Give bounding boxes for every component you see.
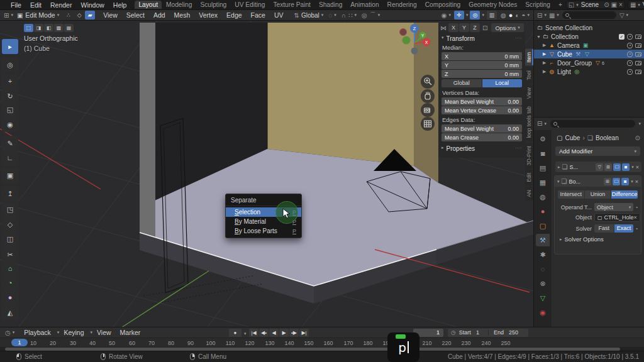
workspace-tab-shading[interactable]: Shading (315, 1, 346, 9)
jump-to-start-button[interactable]: |◀ (249, 329, 258, 337)
hide-eye-icon[interactable] (627, 69, 633, 75)
tool-smooth[interactable]: ● (2, 290, 18, 305)
tab-tool[interactable]: ⚙ (536, 133, 550, 145)
menu-help[interactable]: Help (109, 1, 131, 9)
end-value[interactable]: 250 (509, 329, 518, 336)
frame-tick[interactable]: 70 (148, 340, 155, 346)
expand-caret[interactable]: ▶ (543, 43, 548, 48)
workspace-tab-texture-paint[interactable]: Texture Paint (269, 1, 314, 9)
frame-tick[interactable]: 80 (168, 340, 174, 346)
tab-physics[interactable]: ◌ (536, 263, 550, 275)
outliner-search-input[interactable] (562, 11, 616, 19)
decorator-dot[interactable]: • (636, 226, 638, 231)
workspace-tab-scripting[interactable]: Scripting (521, 1, 554, 9)
cage-toggle[interactable]: ⊞ (604, 178, 611, 185)
tab-world[interactable]: ● (536, 205, 550, 217)
tab-loop-tools[interactable]: loop tools tab (525, 103, 533, 141)
disable-render-icon[interactable] (635, 52, 641, 57)
workspace-tab-rendering[interactable]: Rendering (384, 1, 421, 9)
tool-scale[interactable]: ◱ (2, 102, 18, 117)
cage-toggle[interactable]: ⊞ (604, 163, 612, 171)
frame-tick[interactable]: 10 (30, 340, 36, 346)
tab-tool[interactable]: Tool (525, 67, 533, 84)
start-value[interactable]: 1 (476, 329, 479, 336)
workspace-tab-layout[interactable]: Layout (135, 1, 162, 9)
select-mode-extend-button[interactable]: ◨ (34, 24, 43, 32)
mirror-z-toggle[interactable]: Z (470, 23, 480, 32)
axis-neg-z-dot[interactable] (411, 48, 418, 55)
snap-magnet-icon[interactable]: ∩ (341, 12, 346, 19)
menu-uv[interactable]: UV (270, 11, 288, 19)
frame-tick[interactable]: 250 (501, 340, 510, 346)
expand-caret[interactable]: ▶ (543, 52, 548, 57)
tab-3d-print[interactable]: 3D-Print (525, 143, 533, 168)
tab-view-layer[interactable]: ▦ (536, 176, 550, 189)
disable-render-icon[interactable] (635, 35, 641, 39)
tab-view[interactable]: View (525, 84, 533, 102)
frame-tick[interactable]: 230 (461, 340, 470, 346)
tool-transform[interactable]: ◉ (2, 117, 18, 132)
zoom-button[interactable] (421, 75, 435, 89)
frame-tick[interactable]: 20 (50, 340, 56, 346)
tab-scene[interactable]: ◍ (536, 190, 550, 203)
menu-face[interactable]: Face (247, 11, 270, 19)
median-y-field[interactable]: Y0 mm (441, 61, 522, 69)
mirror-x-toggle[interactable]: X (448, 23, 458, 32)
union-button[interactable]: Union (585, 190, 611, 199)
snap-symmetry-icon[interactable]: ⊡ (482, 25, 487, 31)
proportional-editing-icon[interactable]: ◎ (362, 12, 367, 19)
menu-file[interactable]: File (6, 1, 26, 9)
object-field[interactable]: ▢CTRL_Hole× (594, 213, 640, 222)
show-gizmo-dropdown[interactable]: ◉ (441, 12, 447, 19)
play-reverse-button[interactable]: ◀ (269, 329, 279, 337)
tab-render[interactable]: ◙ (536, 147, 550, 160)
workspace-tab-uv-editing[interactable]: UV Editing (231, 1, 269, 9)
edge-select-button[interactable]: ◇ (74, 11, 84, 19)
tool-select-box[interactable]: ▸ (2, 39, 18, 54)
breadcrumb-modifier[interactable]: Boolean (596, 134, 619, 141)
operand-type-dropdown[interactable]: Object▾ (594, 203, 633, 211)
menu-edge[interactable]: Edge (222, 11, 247, 19)
frame-tick[interactable]: 30 (70, 340, 76, 346)
global-button[interactable]: Global (441, 79, 482, 87)
overlays-toggle[interactable]: ◎ (470, 11, 480, 19)
outliner-row-scene-collection[interactable]: 🗀 Scene Collection (534, 23, 644, 32)
outliner-row-collection[interactable]: ▼ 🗀 Collection ✓ (534, 32, 644, 41)
workspace-tab-modeling[interactable]: Modeling (162, 1, 196, 9)
editor-type-icon[interactable]: ⊟ (537, 12, 542, 19)
viewlayer-selector[interactable]: ▦▾ViewLayer▣× (628, 1, 644, 9)
tool-loop-cut[interactable]: ◫ (2, 231, 18, 246)
frame-tick[interactable]: 150 (304, 340, 313, 346)
tool-annotate[interactable]: ✎ (2, 136, 18, 151)
tab-object-data[interactable]: ▽ (536, 292, 550, 304)
select-mode-invert-button[interactable]: ▩ (54, 24, 64, 32)
tool-inset-faces[interactable]: ◳ (2, 202, 18, 217)
timeline-ruler[interactable]: 1 10 20 30 40 50 60 70 80 90 100 110 120… (0, 338, 644, 347)
face-select-button[interactable]: ▰ (85, 11, 95, 19)
tab-object[interactable]: ▢ (536, 219, 550, 232)
shading-material-button[interactable]: ◐ (515, 12, 519, 19)
next-keyframe-button[interactable]: •▶ (289, 329, 299, 337)
menu-mesh[interactable]: Mesh (170, 11, 195, 19)
tool-add-cube[interactable]: ▣ (2, 168, 18, 183)
tab-edit[interactable]: Edit (525, 170, 533, 185)
frame-tick[interactable]: 210 (422, 340, 431, 346)
vertex-select-button[interactable]: ∴ (64, 11, 74, 19)
editor-type-icon[interactable]: ⊟ (537, 120, 542, 127)
axis-neg-x-dot[interactable] (400, 29, 407, 36)
frame-tick[interactable]: 50 (109, 340, 115, 346)
tool-move[interactable]: + (2, 74, 18, 89)
tab-item[interactable]: Item (525, 49, 533, 66)
keying-chevron[interactable]: ▾ (244, 331, 247, 336)
workspace-tab-sculpting[interactable]: Sculpting (196, 1, 230, 9)
menu-playback[interactable]: Playback (19, 329, 55, 336)
tab-constraints[interactable]: ⊗ (536, 277, 550, 290)
disable-render-icon[interactable] (635, 61, 641, 65)
frame-tick[interactable]: 220 (441, 340, 451, 346)
menu-select[interactable]: Select (122, 11, 149, 19)
tool-spin[interactable]: ◔ (2, 275, 18, 290)
menu-item-by-loose-parts[interactable]: By Loose PartsP (226, 226, 301, 236)
frame-tick[interactable]: 180 (363, 340, 372, 346)
shading-rendered-button[interactable]: ◓ (521, 12, 525, 19)
pan-button[interactable] (421, 89, 435, 103)
